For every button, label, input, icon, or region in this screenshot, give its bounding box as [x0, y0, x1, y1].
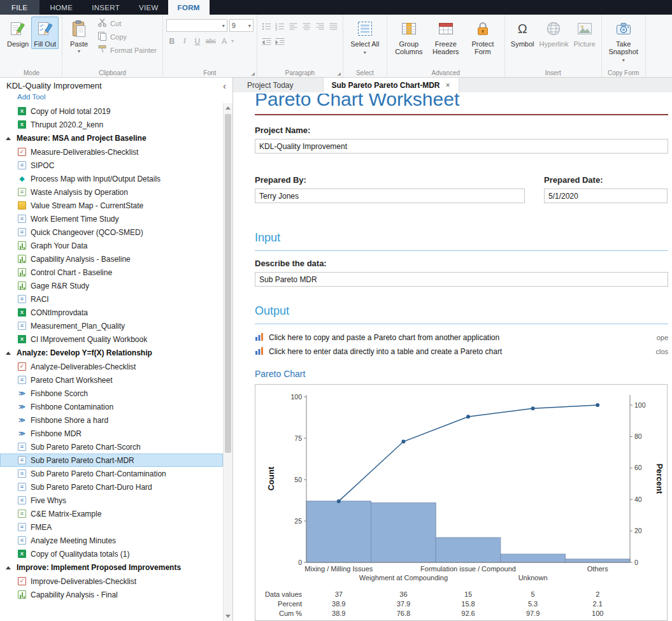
protect-form-button[interactable]: Protect Form: [464, 17, 501, 57]
enter-data-link[interactable]: Click here to enter data directly into a…: [255, 345, 668, 359]
tree-item[interactable]: Analyze-Deliverables-Checklist: [0, 360, 223, 373]
tree-item[interactable]: Copy of Hold total 2019: [0, 104, 223, 118]
tree-item[interactable]: Fishbone MDR: [0, 427, 223, 440]
tree-item[interactable]: Value Stream Map - CurrentState: [0, 199, 223, 212]
scroll-down-icon[interactable]: [224, 611, 232, 621]
prepared-by-input[interactable]: [255, 189, 525, 203]
paste-icon: [71, 19, 87, 38]
tree-item[interactable]: Fishbone Shore a hard: [0, 413, 223, 427]
numbered-list-button[interactable]: 123: [274, 20, 286, 32]
design-button[interactable]: Design: [4, 17, 31, 49]
tree-item[interactable]: Fishbone Contamination: [0, 400, 223, 413]
tree-item[interactable]: Sub Pareto Pareto Chart-Duro Hard: [0, 480, 223, 494]
tree-item[interactable]: Capability Analysis - Baseline: [0, 252, 223, 266]
font-size-select[interactable]: 9▾: [229, 19, 254, 32]
ribbon-tab-file[interactable]: FILE: [0, 0, 39, 15]
copy-paste-pareto-link[interactable]: Click here to copy and paste a Pareto ch…: [255, 331, 668, 345]
tab-project-today[interactable]: Project Today: [239, 78, 302, 92]
align-left-button[interactable]: [287, 20, 299, 32]
format-painter-button[interactable]: Format Painter: [95, 43, 159, 57]
hyperlink-button[interactable]: Hyperlink: [537, 17, 571, 49]
increase-indent-button[interactable]: [274, 36, 286, 47]
tree-item[interactable]: Sub Pareto Pareto Chart-MDR: [0, 453, 223, 467]
tree-item[interactable]: Fishbone Scorch: [0, 387, 223, 400]
align-justify-button[interactable]: [327, 20, 340, 32]
tree-item[interactable]: Quick Changeover (QCO-SMED): [0, 225, 223, 239]
tree-item[interactable]: Pareto Chart Worksheet: [0, 373, 223, 387]
tree-item[interactable]: FMEA: [0, 520, 223, 534]
cut-button[interactable]: Cut: [95, 17, 159, 30]
tree-item[interactable]: Sub Pareto Pareto Chart-Contamination: [0, 467, 223, 480]
section-expanded-chevron-icon[interactable]: [6, 352, 11, 355]
svg-text:37.9: 37.9: [397, 600, 410, 608]
tree-item[interactable]: SIPOC: [0, 159, 223, 172]
freeze-headers-button[interactable]: Freeze Headers: [427, 17, 464, 57]
section-expanded-chevron-icon[interactable]: [6, 137, 11, 140]
ribbon-tab-view[interactable]: VIEW: [129, 0, 168, 15]
underline-button[interactable]: U: [192, 35, 203, 47]
picture-button[interactable]: Picture: [571, 17, 597, 49]
ribbon-tab-insert[interactable]: INSERT: [82, 0, 129, 15]
section-expanded-chevron-icon[interactable]: [6, 566, 11, 569]
tree-section[interactable]: Measure: MSA and Project Baseline: [0, 131, 223, 145]
close-tab-icon[interactable]: ×: [446, 81, 450, 90]
sidebar-collapse-icon[interactable]: ‹: [223, 82, 226, 90]
tree-item[interactable]: Thruput 2020.2_kenn: [0, 118, 223, 131]
svg-text:Data values: Data values: [265, 590, 303, 598]
tree-item[interactable]: Gage R&R Study: [0, 279, 223, 292]
tree-item[interactable]: Measure-Deliverables-Checklist: [0, 145, 223, 159]
tree-item[interactable]: Improve-Deliverables-Checklist: [0, 575, 223, 588]
tree-item[interactable]: CI IMprovement Quality Workbook: [0, 332, 223, 346]
project-name-input[interactable]: [255, 139, 668, 153]
group-columns-button[interactable]: Group Columns: [390, 17, 427, 57]
decrease-indent-button[interactable]: [261, 36, 273, 47]
tree-item[interactable]: Control Chart - Baseline: [0, 266, 223, 279]
ribbon-tab-form[interactable]: FORM: [168, 0, 210, 15]
tree-item[interactable]: C&E Matrix-Example: [0, 507, 223, 520]
tree-item[interactable]: Capability Analysis - Final: [0, 588, 223, 601]
add-tool-link[interactable]: Add Tool: [0, 91, 232, 103]
sidebar-scrollbar[interactable]: [223, 103, 232, 621]
tree-section[interactable]: Improve: Implement Proposed Improvements: [0, 560, 223, 575]
copy-button[interactable]: Copy: [95, 30, 159, 43]
tree-item[interactable]: Sub Pareto Pareto Chart-Scorch: [0, 440, 223, 453]
tree-section[interactable]: Analyze: Develop Y=f(X) Relationship: [0, 346, 223, 360]
scroll-up-icon[interactable]: [224, 103, 232, 113]
tree-item[interactable]: Process Map with Input/Output Details: [0, 172, 223, 185]
select-all-button[interactable]: Select All ▾: [347, 17, 383, 58]
align-right-button[interactable]: [314, 20, 326, 32]
bold-button[interactable]: B: [166, 35, 178, 47]
prepared-date-input[interactable]: [544, 189, 668, 203]
tab-sub-pareto-pareto-chart-mdr[interactable]: Sub Pareto Pareto Chart-MDR ×: [323, 78, 459, 92]
ribbon-group-advanced: Group Columns Freeze Headers Protect For…: [387, 15, 505, 77]
scrollbar-thumb[interactable]: [225, 114, 231, 453]
tree-item[interactable]: Analyze Meeting Minutes: [0, 534, 223, 547]
italic-button[interactable]: I: [179, 35, 190, 47]
font-family-select[interactable]: ▾: [166, 19, 227, 32]
align-center-button[interactable]: [301, 20, 313, 32]
describe-data-input[interactable]: [255, 272, 668, 287]
ribbon-group-paragraph: 123 ◢ Paragraph: [257, 15, 343, 77]
tree-item[interactable]: CONtImprovdata: [0, 306, 223, 319]
design-label: Design: [7, 40, 29, 48]
take-snapshot-button[interactable]: Take Snapshot ▾: [605, 17, 642, 66]
tree-item[interactable]: Work Element Time Study: [0, 212, 223, 225]
paste-label: Paste: [70, 40, 88, 48]
svg-text:0: 0: [634, 559, 638, 566]
paste-button[interactable]: Paste ▾: [66, 17, 92, 57]
tree-item[interactable]: Copy of Qualitydata totals (1): [0, 547, 223, 560]
symbol-button[interactable]: Ω Symbol: [508, 17, 537, 49]
bullet-list-button[interactable]: [261, 20, 273, 32]
ribbon-tab-home[interactable]: HOME: [41, 0, 83, 15]
font-color-button[interactable]: A: [218, 35, 230, 47]
tree-item[interactable]: RACI: [0, 292, 223, 306]
tree-item[interactable]: Measurement_Plan_Quality: [0, 319, 223, 332]
fill-out-button[interactable]: Fill Out: [31, 17, 59, 49]
tree-item[interactable]: Graph Your Data: [0, 239, 223, 252]
insert-group-label: Insert: [505, 69, 601, 76]
strikethrough-button[interactable]: abc: [204, 35, 217, 47]
tree-item[interactable]: Waste Analysis by Operation: [0, 185, 223, 199]
tree-item[interactable]: Five Whys: [0, 494, 223, 507]
svg-text:37: 37: [335, 590, 343, 598]
svg-text:80: 80: [634, 432, 642, 440]
